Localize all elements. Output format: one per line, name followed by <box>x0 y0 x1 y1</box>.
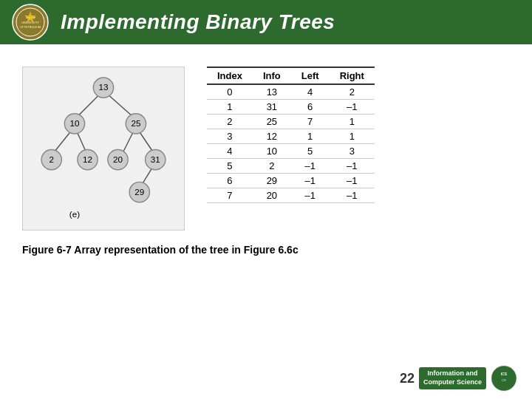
cell-left: 6 <box>291 100 330 115</box>
cell-info: 29 <box>253 174 291 188</box>
cell-info: 2 <box>253 159 291 174</box>
col-right: Right <box>330 67 375 84</box>
cell-left: –1 <box>291 174 330 188</box>
array-table: Index Info Left Right 013421316–12257131… <box>207 66 375 203</box>
tree-label: (e) <box>69 209 80 219</box>
cell-info: 25 <box>253 115 291 129</box>
svg-text:29: 29 <box>134 187 144 197</box>
svg-text:31: 31 <box>151 154 160 164</box>
footer: 22 Information and Computer Science ICS … <box>400 365 517 392</box>
cell-info: 12 <box>253 129 291 144</box>
ics-logo: ICS CS <box>491 365 517 392</box>
cell-index: 6 <box>207 174 253 188</box>
table-header-row: Index Info Left Right <box>207 67 375 84</box>
svg-text:25: 25 <box>131 118 141 128</box>
university-logo: جامعة UNIVERSITY OF PETROLEUM <box>12 4 49 41</box>
svg-text:CS: CS <box>502 378 506 382</box>
cell-left: –1 <box>291 159 330 174</box>
table-row: 52–1–1 <box>207 159 375 174</box>
table-row: 1316–1 <box>207 100 375 115</box>
cell-left: 4 <box>291 84 330 100</box>
cell-right: 2 <box>330 84 375 100</box>
svg-text:12: 12 <box>83 154 92 164</box>
cell-left: 7 <box>291 115 330 129</box>
table-row: 720–1–1 <box>207 188 375 203</box>
cell-right: –1 <box>330 188 375 203</box>
tree-diagram: 13 10 25 2 12 20 31 <box>22 66 185 231</box>
col-index: Index <box>207 67 253 84</box>
cell-index: 0 <box>207 84 253 100</box>
cell-index: 7 <box>207 188 253 203</box>
cell-right: 1 <box>330 129 375 144</box>
table-row: 629–1–1 <box>207 174 375 188</box>
svg-text:UNIVERSITY: UNIVERSITY <box>21 21 39 24</box>
tree-svg: 13 10 25 2 12 20 31 <box>30 75 177 222</box>
page-title: Implementing Binary Trees <box>61 10 335 34</box>
cell-info: 10 <box>253 144 291 159</box>
figure-caption: Figure 6-7 Array representation of the t… <box>22 244 510 256</box>
header-bar: جامعة UNIVERSITY OF PETROLEUM Implementi… <box>0 0 532 44</box>
table-row: 31211 <box>207 129 375 144</box>
cell-info: 31 <box>253 100 291 115</box>
svg-text:ICS: ICS <box>501 372 508 376</box>
cell-index: 5 <box>207 159 253 174</box>
cell-right: 3 <box>330 144 375 159</box>
cell-right: –1 <box>330 100 375 115</box>
table-row: 41053 <box>207 144 375 159</box>
svg-text:OF PETROLEUM: OF PETROLEUM <box>20 26 41 29</box>
cell-index: 4 <box>207 144 253 159</box>
svg-text:10: 10 <box>69 118 80 128</box>
middle-section: 13 10 25 2 12 20 31 <box>22 66 510 231</box>
cell-right: –1 <box>330 174 375 188</box>
cell-left: –1 <box>291 188 330 203</box>
cell-left: 5 <box>291 144 330 159</box>
svg-text:13: 13 <box>98 82 108 92</box>
cell-index: 2 <box>207 115 253 129</box>
page-number: 22 <box>400 371 415 386</box>
cell-index: 1 <box>207 100 253 115</box>
col-left: Left <box>291 67 330 84</box>
col-info: Info <box>253 67 291 84</box>
cell-index: 3 <box>207 129 253 144</box>
cell-right: –1 <box>330 159 375 174</box>
svg-text:20: 20 <box>113 154 123 164</box>
table-row: 22571 <box>207 115 375 129</box>
table-container: Index Info Left Right 013421316–12257131… <box>207 66 375 203</box>
cell-info: 20 <box>253 188 291 203</box>
main-content: 13 10 25 2 12 20 31 <box>0 44 532 399</box>
cell-right: 1 <box>330 115 375 129</box>
cell-left: 1 <box>291 129 330 144</box>
svg-text:2: 2 <box>49 154 54 164</box>
table-row: 01342 <box>207 84 375 100</box>
footer-badge: Information and Computer Science <box>419 367 486 389</box>
cell-info: 13 <box>253 84 291 100</box>
